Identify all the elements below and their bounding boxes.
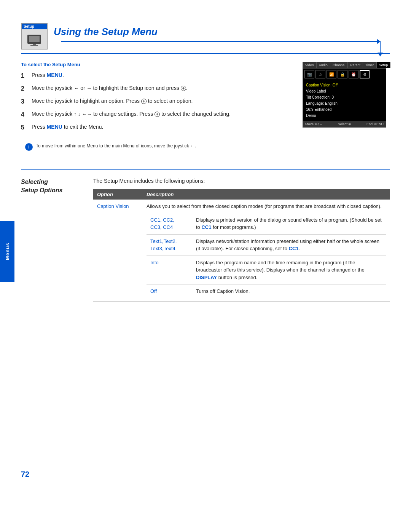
section-divider — [21, 169, 390, 170]
step-4: 4 Move the joystick ↑ ↓ ←→ to change set… — [21, 110, 291, 119]
selecting-heading: Selecting Setup Options — [21, 178, 82, 195]
selecting-setup-section: Selecting Setup Options The Setup Menu i… — [21, 178, 390, 302]
setup-gear-icon — [27, 32, 42, 47]
menu-tab-setup: Setup — [377, 62, 391, 68]
menu-tab-video: Video — [303, 62, 317, 68]
menu-icon-5: ⏰ — [349, 70, 358, 78]
step-3: 3 Move the joystick to highlight an opti… — [21, 97, 291, 106]
sub-opt-text-desc: Displays network/station information pre… — [192, 234, 386, 256]
menu-icon-4: 🔒 — [338, 70, 347, 78]
instructions-col: To select the Setup Menu 1 Press MENU. 2… — [21, 62, 291, 158]
menu-footer-select: Select:⊕ — [338, 122, 352, 126]
step-text-2: Move the joystick ← or → to highlight th… — [32, 84, 188, 93]
setup-icon-image — [22, 29, 47, 49]
sub-opt-cc-name: CC1, CC2,CC3, CC4 — [147, 213, 192, 235]
sub-opt-off-desc: Turns off Caption Vision. — [192, 284, 386, 298]
menu-keyword-1: MENU — [47, 72, 62, 78]
menu-tab-audio: Audio — [317, 62, 330, 68]
col-description: Description — [143, 189, 390, 200]
menu-icons-row: 📷 ♫ 📶 🔒 ⏰ ⚙ — [303, 69, 386, 80]
menu-item-video-label: Video Label — [306, 88, 383, 94]
menu-footer-end: End:MENU — [366, 122, 384, 126]
menu-content: Caption Vision: Off Video Label Tilt Cor… — [303, 80, 386, 121]
step-num-4: 4 — [21, 110, 28, 119]
screenshot-col: Video Audio Channel Parent Timer Setup 📷… — [303, 62, 390, 158]
menu-item-enhanced: 16:9 Enhanced — [306, 107, 383, 113]
menu-item-caption: Caption Vision: Off — [306, 82, 383, 88]
setup-badge: Setup — [22, 24, 47, 29]
page-title: Using the Setup Menu — [54, 26, 158, 38]
menu-tab-channel: Channel — [330, 62, 348, 68]
menu-item-demo: Demo — [306, 113, 383, 119]
instructions-subtitle: To select the Setup Menu — [21, 62, 291, 67]
svg-rect-1 — [29, 36, 40, 42]
options-table-header: Option Description — [93, 189, 390, 200]
menu-icon-1: 📷 — [304, 70, 314, 78]
step-1: 1 Press MENU. — [21, 71, 291, 80]
note-box: i To move from within one Menu to the ma… — [21, 140, 291, 154]
sub-row-cc: CC1, CC2,CC3, CC4 Displays a printed ver… — [147, 213, 386, 235]
menu-footer: Move:⊕↕↔ Select:⊕ End:MENU — [303, 121, 386, 127]
step-text-1: Press MENU. — [32, 71, 64, 80]
menu-tab-parent: Parent — [348, 62, 363, 68]
menus-tab-label: Menus — [5, 243, 10, 260]
right-content-col: The Setup Menu includes the following op… — [93, 178, 390, 302]
note-icon: i — [25, 143, 33, 151]
sub-options-table: CC1, CC2,CC3, CC4 Displays a printed ver… — [147, 213, 386, 298]
step-num-2: 2 — [21, 84, 28, 93]
menu-icon-3: 📶 — [327, 70, 336, 78]
setup-icon: Setup — [21, 23, 48, 50]
left-label-col: Selecting Setup Options — [21, 178, 82, 302]
note-text: To move from within one Menu to the main… — [36, 143, 196, 149]
sub-opt-info-name: Info — [147, 256, 192, 284]
options-table-body: Caption Vision Allows you to select from… — [93, 200, 390, 301]
sub-opt-cc-desc: Displays a printed version of the dialog… — [192, 213, 386, 235]
row-caption-vision: Caption Vision Allows you to select from… — [93, 200, 390, 301]
menu-tabs-bar: Video Audio Channel Parent Timer Setup — [303, 62, 386, 69]
menu-item-tilt: Tilt Correction: 0 — [306, 94, 383, 101]
menu-icon-setup: ⚙ — [360, 70, 370, 78]
menus-tab: Menus — [0, 221, 14, 282]
sub-row-info: Info Displays the program name and the t… — [147, 256, 386, 284]
step-text-4: Move the joystick ↑ ↓ ←→ to change setti… — [32, 110, 231, 119]
step-num-1: 1 — [21, 71, 28, 80]
menu-tab-timer: Timer — [363, 62, 377, 68]
header-section: Setup Using the Setup Menu — [21, 23, 390, 54]
step-5: 5 Press MENU to exit the Menu. — [21, 123, 291, 132]
sub-opt-text-name: Text1,Text2,Text3,Text4 — [147, 234, 192, 256]
intro-text: The Setup Menu includes the following op… — [93, 178, 390, 184]
sub-row-text: Text1,Text2,Text3,Text4 Displays network… — [147, 234, 386, 256]
step-num-5: 5 — [21, 123, 28, 132]
step-2: 2 Move the joystick ← or → to highlight … — [21, 84, 291, 93]
step-text-3: Move the joystick to highlight an option… — [32, 97, 193, 106]
option-desc-caption-vision: Allows you to select from three closed c… — [143, 200, 390, 301]
sub-opt-off-name: Off — [147, 284, 192, 298]
step-num-3: 3 — [21, 97, 28, 106]
decorative-arrow-down — [380, 41, 381, 56]
menu-icon-2: ♫ — [315, 70, 325, 78]
sub-row-off: Off Turns off Caption Vision. — [147, 284, 386, 298]
menu-screenshot: Video Audio Channel Parent Timer Setup 📷… — [303, 62, 386, 128]
step-text-5: Press MENU to exit the Menu. — [32, 123, 103, 132]
step-list: 1 Press MENU. 2 Move the joystick ← or →… — [21, 71, 291, 132]
col-option: Option — [93, 189, 143, 200]
menu-footer-move: Move:⊕↕↔ — [305, 122, 323, 126]
option-name-caption-vision: Caption Vision — [93, 200, 143, 301]
page-number: 72 — [21, 470, 29, 479]
decorative-arrow-line — [61, 41, 381, 42]
options-table: Option Description Caption Vision Allows… — [93, 189, 390, 302]
menu-keyword-5: MENU — [47, 124, 62, 130]
menu-item-language: Language: English — [306, 101, 383, 107]
instructions-row: To select the Setup Menu 1 Press MENU. 2… — [21, 62, 390, 158]
sub-opt-info-desc: Displays the program name and the time r… — [192, 256, 386, 284]
